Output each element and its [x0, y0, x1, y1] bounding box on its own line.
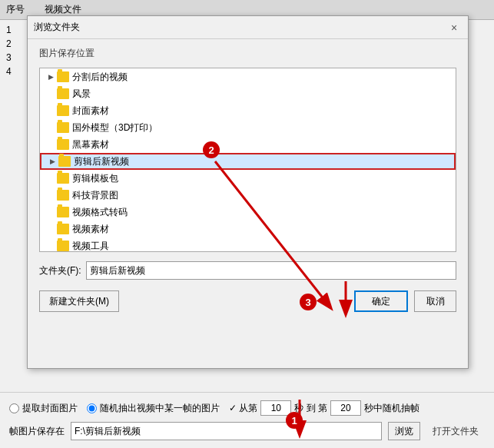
checkbox-from-label: ✓ 从第 — [229, 402, 257, 415]
tree-item-shi-pin-ge-shi[interactable]: 视频格式转码 — [40, 204, 456, 221]
dialog-titlebar: 浏览文件夹 × — [28, 16, 468, 39]
to-value-input[interactable] — [330, 400, 361, 416]
options-row: 提取封面图片 随机抽出视频中某一帧的图片 ✓ 从第 秒 到 第 秒中随机抽帧 — [9, 400, 485, 416]
folder-icon — [57, 122, 69, 133]
save-path-row: 帧图片保存在 浏览 打开文件夹 — [9, 422, 485, 440]
tree-item-fen-ge[interactable]: 分割后的视频 — [40, 68, 456, 85]
tree-item-shi-pin-gong-ju[interactable]: 视频工具 — [40, 237, 456, 252]
tree-item-shi-pin-su-cai[interactable]: 视频素材 — [40, 221, 456, 237]
tree-label: 黑幕素材 — [72, 138, 109, 151]
tree-item-jian-ji[interactable]: 剪辑后新视频 — [40, 153, 456, 170]
tree-item-jian-ji-mo-ban[interactable]: 剪辑模板包 — [40, 170, 456, 187]
cancel-button[interactable]: 取消 — [414, 290, 456, 312]
folder-icon — [57, 207, 69, 217]
folder-tree[interactable]: 分割后的视频 风景 封面素材 国外模型（3D打印） — [39, 68, 456, 252]
tree-label: 视频格式转码 — [72, 206, 128, 219]
from-value-input[interactable] — [260, 400, 291, 416]
tree-item-feng-mian[interactable]: 封面素材 — [40, 102, 456, 119]
dialog-subtitle: 图片保存位置 — [39, 47, 456, 60]
tree-label: 风景 — [72, 88, 91, 101]
to-unit-label: 秒中随机抽帧 — [364, 402, 419, 415]
dialog-body: 图片保存位置 分割后的视频 风景 封面素材 — [28, 39, 468, 320]
confirm-cancel-group: 确定 取消 — [354, 290, 456, 312]
tree-item-feng-jing[interactable]: 风景 — [40, 85, 456, 102]
tree-item-guo-wai[interactable]: 国外模型（3D打印） — [40, 119, 456, 136]
browse-button[interactable]: 浏览 — [388, 422, 420, 440]
filepath-label: 文件夹(F): — [39, 264, 81, 277]
tree-label: 封面素材 — [72, 105, 109, 118]
col-seq-header: 序号 — [6, 3, 45, 16]
tree-arrow — [46, 72, 55, 81]
radio-group-random: 随机抽出视频中某一帧的图片 — [87, 402, 220, 415]
tree-label: 剪辑模板包 — [72, 172, 118, 185]
tree-arrow — [48, 157, 57, 166]
folder-icon — [57, 139, 69, 150]
folder-icon — [57, 241, 69, 251]
tree-item-ke-ji[interactable]: 科技背景图 — [40, 187, 456, 204]
folder-icon — [57, 71, 69, 82]
ok-button[interactable]: 确定 — [354, 290, 408, 312]
radio-extract-cover-label: 提取封面图片 — [22, 402, 78, 415]
filepath-row: 文件夹(F): — [39, 261, 456, 280]
save-path-label: 帧图片保存在 — [9, 425, 65, 438]
dialog-close-button[interactable]: × — [446, 20, 462, 35]
save-path-input[interactable] — [71, 422, 382, 440]
folder-icon — [57, 173, 69, 184]
bottom-panel: 提取封面图片 随机抽出视频中某一帧的图片 ✓ 从第 秒 到 第 秒中随机抽帧 帧… — [0, 392, 494, 448]
radio-extract-cover[interactable] — [9, 403, 19, 413]
radio-random-frame-label: 随机抽出视频中某一帧的图片 — [100, 402, 220, 415]
folder-icon — [57, 88, 69, 99]
tree-label: 科技背景图 — [72, 189, 118, 202]
tree-label: 剪辑后新视频 — [74, 155, 129, 168]
tree-item-hei-mu[interactable]: 黑幕素材 — [40, 136, 456, 153]
radio-group-extract: 提取封面图片 — [9, 402, 78, 415]
buttons-row: 新建文件夹(M) 确定 取消 — [39, 290, 456, 312]
radio-random-frame[interactable] — [87, 403, 97, 413]
open-folder-button[interactable]: 打开文件夹 — [426, 422, 485, 440]
checkbox-from: ✓ 从第 秒 到 第 秒中随机抽帧 — [229, 400, 419, 416]
browse-folder-dialog: 浏览文件夹 × 图片保存位置 分割后的视频 风景 封面素材 — [27, 15, 469, 369]
col-file-header: 视频文件 — [45, 3, 488, 16]
folder-icon — [57, 224, 69, 234]
tree-label: 国外模型（3D打印） — [72, 121, 157, 134]
dialog-title: 浏览文件夹 — [34, 21, 80, 34]
folder-icon — [57, 190, 69, 201]
from-unit-label: 秒 到 第 — [294, 402, 327, 415]
folder-icon — [57, 105, 69, 116]
filepath-input[interactable] — [86, 261, 456, 280]
tree-label: 分割后的视频 — [72, 71, 128, 84]
new-folder-button[interactable]: 新建文件夹(M) — [39, 290, 119, 312]
tree-label: 视频工具 — [72, 240, 109, 253]
folder-icon — [58, 156, 71, 167]
tree-label: 视频素材 — [72, 223, 109, 236]
